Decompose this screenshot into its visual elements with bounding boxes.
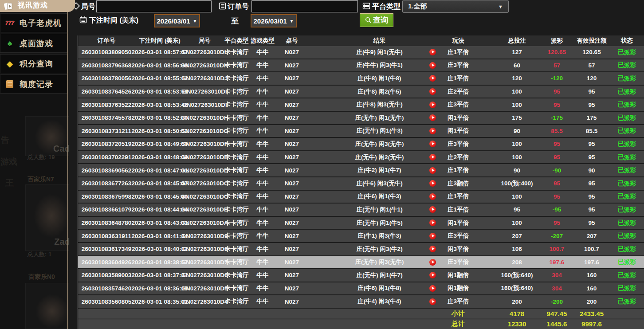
query-button[interactable]: 查询 xyxy=(360,13,393,27)
play-video-icon[interactable] xyxy=(429,285,436,292)
play-video-icon[interactable] xyxy=(429,272,436,278)
sidebar-item-label: 积分查询 xyxy=(20,59,53,69)
cell-play-type: 庄2平倍 xyxy=(440,88,494,96)
play-video-icon[interactable] xyxy=(429,128,436,134)
play-video-icon[interactable] xyxy=(429,259,436,266)
cell-result: 庄(牛牛) 闲3(牛1) xyxy=(307,61,425,69)
sidebar-item-label: 桌面游戏 xyxy=(20,38,53,49)
cell-game-type: 牛牛 xyxy=(249,140,276,148)
cell-bet-time: 2026-03-01 08:38:57 xyxy=(135,259,185,266)
play-video-icon[interactable] xyxy=(429,167,436,174)
cell-total-bet: 100 xyxy=(494,88,540,95)
sidebar-item-credit-records[interactable]: 额度记录 xyxy=(0,74,67,94)
play-video-icon[interactable] xyxy=(429,233,436,239)
table-row[interactable]: 260301083763522 2026-03-01 08:53:46 GN02… xyxy=(78,98,644,112)
table-row[interactable]: 260301083690562 2026-03-01 08:47:01 GN02… xyxy=(78,164,644,177)
cell-total-bet: 100(预:400) xyxy=(494,180,540,188)
cell-valid-bet: 95 xyxy=(573,193,610,200)
platform-type-select[interactable]: 1.全部 ▼ xyxy=(402,0,509,13)
play-video-icon[interactable] xyxy=(429,49,436,55)
cell-video xyxy=(425,102,440,108)
cell-result: 庄(无牛) 闲3(无牛) xyxy=(307,258,425,266)
play-video-icon[interactable] xyxy=(429,298,436,305)
cell-platform: 卡卡湾厅 xyxy=(224,153,249,161)
sidebar-item-points-query[interactable]: ◆ 积分查询 xyxy=(0,54,67,73)
table-row[interactable]: 260301083648780 2026-03-01 08:43:01 GN02… xyxy=(78,217,644,230)
table-row[interactable]: 260301083574620 2026-03-01 08:36:15 GN02… xyxy=(78,282,644,296)
play-video-icon[interactable] xyxy=(429,154,436,161)
table-row[interactable]: 260301083780056 2026-03-01 08:55:12 GN02… xyxy=(78,72,644,86)
column-header-game-type: 游戏类型 xyxy=(249,37,276,45)
table-row[interactable]: 260301083796368 2026-03-01 08:56:38 GN02… xyxy=(78,59,644,73)
cell-platform: 卡卡湾厅 xyxy=(224,127,249,135)
order-number-input[interactable] xyxy=(251,0,358,12)
table-row[interactable]: 260301083702291 2026-03-01 08:48:09 GN02… xyxy=(78,151,644,164)
cell-round-number: GN027263010DD xyxy=(185,167,224,174)
cell-status: 已派彩 xyxy=(610,48,644,56)
play-video-icon[interactable] xyxy=(429,75,436,82)
table-row[interactable]: 260301083631911 2026-03-01 08:41:34 GN02… xyxy=(78,230,644,243)
play-video-icon[interactable] xyxy=(429,114,436,121)
cell-status: 已派彩 xyxy=(610,219,644,227)
play-video-icon[interactable] xyxy=(429,193,436,200)
cell-bet-time: 2026-03-01 08:55:12 xyxy=(135,75,185,82)
cell-play-type: 闲1平倍 xyxy=(440,114,494,122)
cell-play-type: 闲1平倍 xyxy=(440,127,494,135)
grand-total-valid-bet: 9997.6 xyxy=(573,320,610,328)
play-video-icon[interactable] xyxy=(429,102,436,108)
chevron-down-icon: ▼ xyxy=(193,19,197,24)
table-row[interactable]: 260301083661079 2026-03-01 08:44:14 GN02… xyxy=(78,204,644,217)
cell-bet-time: 2026-03-01 08:43:01 xyxy=(135,219,185,226)
table-row[interactable]: 260301083589003 2026-03-01 08:37:31 GN02… xyxy=(78,269,644,282)
cell-total-bet: 208 xyxy=(494,259,540,266)
cell-platform: 卡卡湾厅 xyxy=(224,74,249,82)
subtotal-valid-bet: 2433.45 xyxy=(573,310,610,317)
table-row[interactable]: 260301083675998 2026-03-01 08:45:40 GN02… xyxy=(78,191,644,204)
table-row[interactable]: 260301083720519 2026-03-01 08:49:50 GN02… xyxy=(78,138,644,151)
cell-play-type: 庄3平倍 xyxy=(440,61,494,69)
cell-result: 庄(牛6) 闲3(无牛) xyxy=(307,180,425,188)
table-row[interactable]: 260301083745578 2026-03-01 08:52:10 GN02… xyxy=(78,112,644,125)
cell-status: 已派彩 xyxy=(610,245,644,253)
play-video-icon[interactable] xyxy=(429,62,436,69)
table-row[interactable]: 260301083764526 2026-03-01 08:53:51 GN02… xyxy=(78,86,644,99)
date-to-picker[interactable]: 2026/03/01 ▼ xyxy=(251,14,297,27)
cell-total-bet: 160(预:640) xyxy=(494,271,540,279)
table-row[interactable]: 260301083731211 2026-03-01 08:50:52 GN02… xyxy=(78,125,644,138)
cell-status: 已派彩 xyxy=(610,101,644,109)
search-icon xyxy=(365,17,372,24)
table-row[interactable]: 260301083604926 2026-03-01 08:38:57 GN02… xyxy=(78,256,644,270)
cell-game-type: 牛牛 xyxy=(249,101,276,109)
cell-play-type: 庄1平倍 xyxy=(440,74,494,82)
play-video-icon[interactable] xyxy=(429,88,436,95)
sidebar-item-live-games[interactable]: 视讯游戏 xyxy=(0,0,75,12)
round-number-input[interactable] xyxy=(96,0,212,12)
cell-video xyxy=(425,75,440,82)
table-row[interactable]: 260301083560805 2026-03-01 08:35:01 GN02… xyxy=(78,295,644,309)
cell-play-type: 庄3平倍 xyxy=(440,140,494,148)
table-row[interactable]: 260301083617349 2026-03-01 08:40:11 GN02… xyxy=(78,243,644,256)
sidebar-item-slots[interactable]: 777 电子老虎机 xyxy=(0,13,67,32)
play-video-icon[interactable] xyxy=(429,219,436,226)
cell-round-number: GN027263010DB xyxy=(185,206,224,213)
cell-round-number: GN027263010D9 xyxy=(185,233,224,239)
table-row[interactable]: 260301083809050 2026-03-01 08:57:47 GN02… xyxy=(78,46,644,59)
cell-bet-time: 2026-03-01 08:36:15 xyxy=(135,285,185,292)
play-video-icon[interactable] xyxy=(429,180,436,187)
cell-status: 已派彩 xyxy=(610,192,644,200)
play-video-icon[interactable] xyxy=(429,246,436,252)
cell-bet-time: 2026-03-01 08:48:09 xyxy=(135,154,185,161)
cell-round-number: GN027263010DI xyxy=(185,102,224,108)
bet-time-label: 下注时间 (美东) xyxy=(89,16,138,25)
grand-total-payout: 1445.6 xyxy=(540,320,573,328)
date-from-picker[interactable]: 2026/03/01 ▼ xyxy=(154,14,200,27)
sidebar-item-table-games[interactable]: ♠ 桌面游戏 xyxy=(0,34,67,53)
chevron-down-icon: ▼ xyxy=(498,4,503,9)
table-row[interactable]: 260301083677263 2026-03-01 08:45:47 GN02… xyxy=(78,177,644,191)
cell-order-number: 260301083745578 xyxy=(78,114,135,121)
play-video-icon[interactable] xyxy=(429,206,436,213)
play-video-icon[interactable] xyxy=(429,141,436,147)
cell-table-number: N027 xyxy=(276,167,307,174)
cell-table-number: N027 xyxy=(276,102,307,108)
cell-table-number: N027 xyxy=(276,298,307,305)
